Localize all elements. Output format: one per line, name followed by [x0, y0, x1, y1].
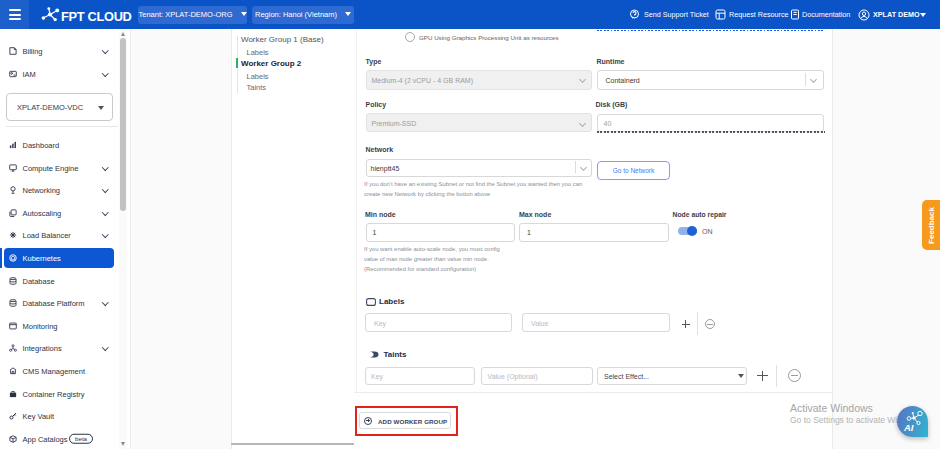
svg-text:AI: AI [903, 422, 914, 433]
